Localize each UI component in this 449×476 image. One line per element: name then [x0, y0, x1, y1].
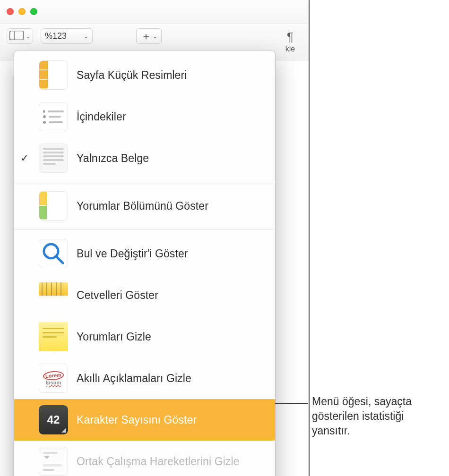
- menu-item-label: Karakter Sayısını Göster: [77, 414, 197, 426]
- svg-line-3: [57, 257, 63, 263]
- insert-button[interactable]: ＋ ⌄: [136, 28, 162, 44]
- menu-group-comments-pane: Yorumlar Bölümünü Göster: [14, 185, 275, 227]
- menu-item-label: Yorumlar Bölümünü Göster: [77, 200, 208, 212]
- menu-item-label: Yalnızca Belge: [77, 152, 149, 165]
- zoom-dropdown[interactable]: %123 ⌄: [41, 28, 93, 44]
- menu-item-hide-comments[interactable]: Yorumları Gizle: [14, 316, 275, 357]
- checkmark-icon: ✓: [19, 152, 30, 164]
- window-controls: [7, 8, 37, 15]
- menu-separator: [14, 230, 275, 230]
- menu-item-hide-collaboration-activity: Ortak Çalışma Hareketlerini Gizle: [14, 441, 275, 476]
- menu-item-label: Ortak Çalışma Hareketlerini Gizle: [77, 455, 240, 468]
- menu-item-label: Bul ve Değiştir'i Göster: [77, 247, 188, 260]
- menu-group-tools: Bul ve Değiştir'i Göster Cetvelleri Göst…: [14, 233, 275, 476]
- chevron-down-icon: ⌄: [26, 33, 31, 40]
- titlebar: [0, 0, 309, 24]
- plus-icon: ＋: [141, 29, 151, 43]
- menu-item-label: Cetvelleri Göster: [77, 289, 158, 302]
- count-icon: 42: [39, 405, 68, 434]
- format-label: kle: [285, 45, 295, 53]
- svg-rect-0: [9, 31, 23, 40]
- menu-separator: [14, 182, 275, 182]
- view-menu-button[interactable]: ⌄: [7, 28, 33, 44]
- menu-item-label: Sayfa Küçük Resimleri: [77, 69, 187, 82]
- search-icon: [39, 239, 68, 268]
- format-button[interactable]: ¶ kle: [278, 28, 302, 53]
- close-window-button[interactable]: [7, 8, 14, 15]
- ruler-icon: [39, 280, 68, 310]
- view-menu-dropdown: Sayfa Küçük Resimleri İçindekiler ✓ Yaln…: [14, 50, 276, 476]
- callout-text: Menü öğesi, sayaçta gösterilen istatisti…: [308, 394, 436, 438]
- collab-icon: [39, 447, 68, 476]
- document-only-icon: [39, 144, 68, 173]
- minimize-window-button[interactable]: [18, 8, 26, 15]
- note-icon: [39, 322, 68, 351]
- menu-item-show-comments-pane[interactable]: Yorumlar Bölümünü Göster: [14, 185, 275, 227]
- menu-item-label: İçindekiler: [77, 110, 126, 123]
- menu-item-document-only[interactable]: ✓ Yalnızca Belge: [14, 137, 275, 179]
- fullscreen-window-button[interactable]: [30, 8, 37, 15]
- menu-item-label: Yorumları Gizle: [77, 331, 151, 343]
- menu-item-table-of-contents[interactable]: İçindekiler: [14, 96, 275, 137]
- menu-item-show-find-replace[interactable]: Bul ve Değiştir'i Göster: [14, 233, 275, 274]
- chevron-down-icon: ⌄: [84, 33, 88, 40]
- menu-item-page-thumbnails[interactable]: Sayfa Küçük Resimleri: [14, 54, 275, 96]
- menu-item-show-rulers[interactable]: Cetvelleri Göster: [14, 274, 275, 316]
- menu-item-hide-smart-annotations[interactable]: LoremIpsum Akıllı Açıklamaları Gizle: [14, 357, 275, 399]
- lorem-icon: LoremIpsum: [39, 364, 68, 393]
- chevron-down-icon: ⌄: [153, 33, 157, 40]
- comments-pane-icon: [39, 191, 68, 221]
- toc-icon: [39, 102, 68, 131]
- menu-group-navigation: Sayfa Küçük Resimleri İçindekiler ✓ Yaln…: [14, 54, 275, 179]
- count-value: 42: [47, 413, 60, 426]
- menu-item-label: Akıllı Açıklamaları Gizle: [77, 372, 191, 385]
- pilcrow-icon: ¶: [287, 30, 294, 44]
- menu-item-show-character-count[interactable]: 42 Karakter Sayısını Göster: [14, 399, 275, 441]
- callout-annotation: Menü öğesi, sayaçta gösterilen istatisti…: [275, 394, 436, 438]
- callout-leader-line: [275, 403, 308, 404]
- sidebar-icon: [9, 31, 24, 42]
- zoom-value: %123: [45, 31, 67, 41]
- thumbnails-icon: [39, 60, 68, 90]
